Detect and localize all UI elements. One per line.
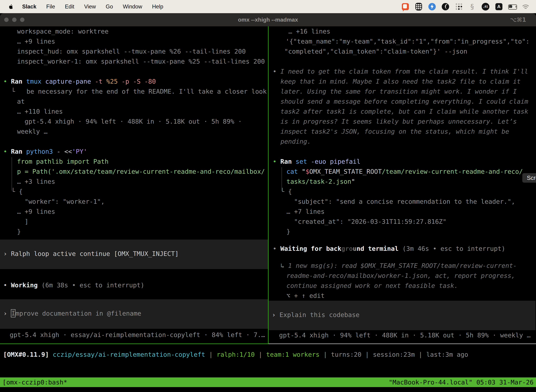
tmux-panes: workspace_mode: worktree… +9 linesinspec… xyxy=(0,26,536,344)
menu-item-window[interactable]: Window xyxy=(118,4,147,10)
terminal-line: inspect_hud: omx sparkshell --tmux-pane … xyxy=(0,46,268,56)
terminal-line: … +9 lines xyxy=(0,206,268,217)
terminal-line: … +3 lines xyxy=(0,177,268,187)
terminal-line xyxy=(268,237,536,244)
terminal-line xyxy=(268,56,536,66)
tree-connector xyxy=(12,157,12,191)
left-terminal-pane[interactable]: workspace_mode: worktree… +9 linesinspec… xyxy=(0,26,268,344)
terminal-line: … +9 lines xyxy=(0,36,268,46)
terminal-line: keep that in mind. Maybe I also need the… xyxy=(268,76,536,86)
dots-grid-icon[interactable] xyxy=(455,3,463,11)
terminal-line: should send a message before completing … xyxy=(268,96,536,107)
terminal-line: "worker": "worker-1", xyxy=(0,196,268,206)
terminal-line: • Ran set -euo pipefail xyxy=(268,156,536,167)
terminal-line xyxy=(0,136,268,146)
terminal-line: weekly … xyxy=(0,126,268,136)
tmux-session-window[interactable]: [omx-cczip0:bash* xyxy=(2,379,67,386)
pane-bottom-borders xyxy=(0,344,536,344)
terminal-line: later. Using the same for transition mig… xyxy=(268,86,536,96)
minimize-window-icon[interactable] xyxy=(12,18,17,22)
terminal-line xyxy=(268,146,536,156)
working-bullet: • xyxy=(3,281,11,289)
terminal-line: ↳ 1 new msg(s): read $OMX_TEAM_STATE_ROO… xyxy=(268,261,536,271)
menu-item-view[interactable]: View xyxy=(79,4,101,10)
zoom-window-icon[interactable] xyxy=(20,18,24,22)
terminal-line: "completed","claim_token":"claim-token"}… xyxy=(268,46,536,56)
terminal-line: readme-and-reco/mailbox/worker-1.json, a… xyxy=(268,271,536,281)
squiggle-app-icon[interactable]: § xyxy=(468,3,476,11)
terminal-line: ⌥ + ↑ edit xyxy=(268,291,536,301)
close-window-icon[interactable] xyxy=(4,18,9,22)
menu-item-edit[interactable]: Edit xyxy=(60,4,79,10)
terminal-line: } xyxy=(268,227,536,237)
menu-bar-left: Slack FileEditViewGoWindowHelp xyxy=(0,0,168,13)
apple-menu-icon[interactable] xyxy=(7,3,14,10)
active-pane-border xyxy=(0,344,268,344)
terminal-line: "subject": "send a concise recommendatio… xyxy=(268,196,536,206)
terminal-line: workspace_mode: worktree xyxy=(0,26,268,36)
right-status-text: gpt-5.4 xhigh · 94% left · 488K in · 5.1… xyxy=(279,331,531,339)
terminal-line: • Ran python3 - <<'PY' xyxy=(0,146,268,156)
left-status-text: gpt-5.4 xhigh · essay/ai-reimplementatio… xyxy=(10,331,265,338)
terminal-line: } xyxy=(0,227,268,237)
terminal-line: inspect_worker-1: omx sparkshell --tmux-… xyxy=(0,56,268,66)
menu-item-go[interactable]: Go xyxy=(101,4,118,10)
omx-status-bar: [OMX#0.11.9] cczip/essay/ai-reimplementa… xyxy=(0,344,536,378)
terminal-line: is in progress? It seems likely but perh… xyxy=(268,117,536,126)
wifi-icon[interactable] xyxy=(522,3,530,11)
working-label: Working xyxy=(11,281,38,289)
right-pane-output: … +16 lines'{"team_name":"my-team","task… xyxy=(268,26,536,301)
terminal-line: p = Path('.omx/state/team/review-current… xyxy=(0,167,268,177)
prompt-icon: › xyxy=(272,311,279,318)
input-placeholder: Explain this codebase xyxy=(279,311,359,318)
tmux-status-bar: [omx-cczip0:bash* "MacBook-Pro-44.local"… xyxy=(0,378,536,387)
terminal-line: gpt-5.4 xhigh · 94% left · 488K in · 5.1… xyxy=(0,117,268,126)
screen: Slack FileEditViewGoWindowHelp §..61Aϟ o… xyxy=(0,0,536,392)
terminal-line: '{"team_name":"my-team","task_id":"1","f… xyxy=(268,36,536,46)
timer-badge-icon[interactable]: ..61 xyxy=(482,3,490,11)
bottom-strip xyxy=(0,387,536,392)
input-placeholder: mprove documentation in @filename xyxy=(15,310,141,317)
window-title-bar[interactable]: omx --xhigh --madmax ⌥⌘1 xyxy=(0,13,536,26)
inject-banner: › Ralph loop active continue [OMX_TMUX_I… xyxy=(0,240,268,269)
terminal-line: └ be necessary for the end of the README… xyxy=(0,86,268,96)
window-title: omx --xhigh --madmax xyxy=(0,17,536,23)
screen-share-overlay-chip[interactable]: Scre xyxy=(522,173,536,183)
inactive-pane-border xyxy=(268,344,536,344)
right-pane-status: gpt-5.4 xhigh · 94% left · 488K in · 5.1… xyxy=(268,330,536,340)
terminal-line: task2 after task1 is complete, but can I… xyxy=(268,107,536,117)
terminal-line xyxy=(0,66,268,76)
banner-prompt-icon: › xyxy=(3,250,11,257)
menu-item-file[interactable]: File xyxy=(41,4,60,10)
terminal-line: … +16 lines xyxy=(268,26,536,36)
terminal-line: • Waiting for background terminal (3m 46… xyxy=(268,244,536,254)
left-prompt-input[interactable]: › Improve documentation in @filename xyxy=(0,299,268,329)
input-source-icon[interactable]: A xyxy=(495,3,503,11)
omx-status-line: [OMX#0.11.9] cczip/essay/ai-reimplementa… xyxy=(3,350,536,359)
tmux-host-clock: "MacBook-Pro-44.local" 05:03 31-Mar-26 xyxy=(389,379,534,386)
terminal-window: omx --xhigh --madmax ⌥⌘1 workspace_mode:… xyxy=(0,13,536,392)
terminal-line: └ { xyxy=(268,187,536,196)
terminal-line: • Ran tmux capture-pane -t %25 -p -S -80 xyxy=(0,76,268,86)
left-pane-status: gpt-5.4 xhigh · essay/ai-reimplementatio… xyxy=(0,330,268,340)
working-status-row: • Working (6m 38s • esc to interrupt) xyxy=(0,280,268,290)
menu-item-help[interactable]: Help xyxy=(147,4,168,10)
terminal-line: at xyxy=(0,96,268,107)
terminal-line: pending. xyxy=(268,136,536,146)
terminal-line: … +7 lines xyxy=(268,206,536,217)
menu-item-app[interactable]: Slack xyxy=(19,0,41,13)
terminal-line: • I need to get the claim token from the… xyxy=(268,66,536,76)
window-shortcut-hint: ⌥⌘1 xyxy=(510,13,526,26)
moon-app-icon[interactable] xyxy=(441,3,450,11)
terminal-line: inspect task2's JSON, focusing on the st… xyxy=(268,126,536,136)
battery-icon[interactable]: ϟ xyxy=(508,3,516,11)
right-prompt-input[interactable]: › Explain this codebase xyxy=(268,301,536,330)
working-meta: (6m 38s • esc to interrupt) xyxy=(38,281,144,289)
sync-app-icon[interactable] xyxy=(428,3,436,11)
right-terminal-pane[interactable]: … +16 lines'{"team_name":"my-team","task… xyxy=(268,26,536,344)
traffic-light-buttons[interactable] xyxy=(4,13,24,26)
menu-items: FileEditViewGoWindowHelp xyxy=(41,0,168,13)
chat-app-icon[interactable] xyxy=(401,3,409,11)
privacy-shield-icon[interactable] xyxy=(415,3,423,11)
terminal-line: cat "$OMX_TEAM_STATE_ROOT/team/review-cu… xyxy=(268,167,536,177)
